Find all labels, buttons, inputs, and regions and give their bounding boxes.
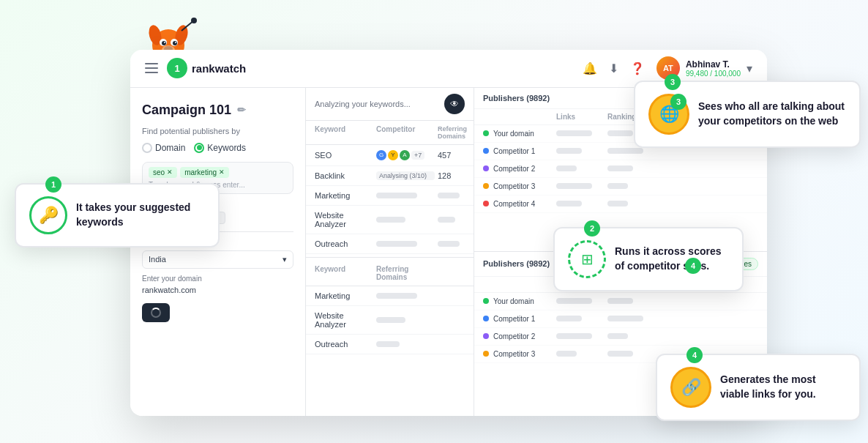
download-icon[interactable]: ⬇ — [609, 62, 618, 75]
pub-row-b: Competitor 2 — [474, 328, 767, 346]
td-keyword-b0: Marketing — [315, 291, 373, 300]
pub-kw-b0 — [607, 298, 633, 304]
td-bar-ref-3 — [438, 217, 455, 223]
pub-name-b1: Competitor 1 — [493, 315, 535, 323]
radio-domain[interactable]: Domain — [142, 143, 185, 153]
pub-name-1: Competitor 1 — [493, 147, 535, 155]
edit-icon[interactable]: ✏ — [237, 104, 246, 116]
tooltip-web-text: Sees who all are talking about your comp… — [698, 100, 845, 128]
pub-name-4: Competitor 4 — [493, 200, 535, 208]
pub-name-3: Competitor 3 — [493, 182, 535, 190]
competitor-icons-0: G Y A +7 — [376, 150, 435, 160]
pub-name-b0: Your domain — [493, 297, 534, 305]
loading-spinner — [151, 308, 161, 318]
tooltip-step-1: 1 — [45, 176, 61, 193]
dot-1 — [483, 148, 489, 154]
publishers-count-top: Publishers (9892) — [483, 94, 550, 103]
radio-keywords[interactable]: Keywords — [194, 143, 246, 153]
th-keyword-2: Keyword — [315, 265, 373, 281]
country-select[interactable]: India ▾ — [142, 250, 293, 269]
help-icon[interactable]: ❓ — [630, 62, 645, 75]
pub-kw-b3 — [607, 351, 633, 357]
pub-bar-links-4 — [556, 201, 582, 206]
chevron-down-icon[interactable]: ▾ — [747, 62, 752, 75]
pub-bar-kw-4 — [607, 201, 628, 206]
country-value: India — [149, 255, 166, 264]
table-row: Website Analyzer — [306, 206, 474, 234]
step-3-badge: 3 — [670, 94, 686, 110]
td-bar-4 — [376, 241, 417, 247]
radio-group: Domain Keywords — [142, 143, 293, 153]
dot-2 — [483, 165, 489, 171]
td-bar-2 — [376, 193, 417, 198]
comp-icon-g: G — [376, 150, 386, 160]
user-initials: AT — [663, 64, 673, 72]
td-referring-1: 128 — [438, 171, 474, 180]
th-referring: Referring Domains — [438, 125, 474, 140]
user-name: Abhinav T. — [686, 59, 741, 70]
campaign-title: Campaign 101 — [142, 103, 231, 118]
table-row: SEO G Y A +7 457 — [306, 145, 474, 166]
svg-point-9 — [175, 42, 176, 43]
domain-dot-0: Your domain — [483, 130, 556, 138]
keyword-tag-marketing: marketing ✕ — [180, 167, 229, 178]
tooltip-keywords-text: It takes your suggested keywords — [76, 201, 205, 229]
pub-row: Competitor 4 — [474, 196, 767, 213]
td-keyword-1: Backlink — [315, 171, 373, 180]
td-keyword-2: Marketing — [315, 191, 373, 200]
td-bar-ref-4 — [438, 241, 460, 247]
domain-dot-3: Competitor 3 — [483, 182, 556, 190]
td-keyword-4: Outreach — [315, 239, 373, 248]
table-header: Keyword Competitor Referring Domains — [306, 121, 474, 145]
middle-panel: Analyzing your keywords... 👁 Keyword Com… — [306, 88, 474, 416]
svg-point-6 — [162, 41, 166, 45]
dot-b1 — [483, 316, 489, 321]
th-pub2-name — [483, 280, 556, 288]
table-header-2: Keyword Referring Domains — [306, 261, 474, 286]
pub-bar-kw-0 — [607, 130, 633, 136]
td-keyword-b2: Outreach — [315, 340, 373, 349]
tooltip-web: 🌐 Sees who all are talking about your co… — [634, 81, 861, 148]
svg-point-7 — [173, 41, 177, 45]
tooltip-competitor-text: Runs it across scores of competitor site… — [615, 245, 729, 273]
dot-b2 — [483, 333, 489, 339]
publishers-count-bottom: Publishers (9892) — [483, 259, 550, 268]
pub-bar-kw-1 — [607, 148, 643, 154]
domain-dot-4: Competitor 4 — [483, 200, 556, 208]
domain-dot-1: Competitor 1 — [483, 147, 556, 155]
pub-row-b: Your domain — [474, 293, 767, 310]
comp-badge: +7 — [411, 151, 424, 160]
td-bar-b2 — [376, 341, 400, 347]
user-info: Abhinav T. 99,480 / 100,000 — [686, 59, 741, 78]
dot-4 — [483, 201, 489, 206]
th-pub-links: Links — [556, 113, 607, 121]
comp-icon-a: A — [400, 150, 410, 160]
pub-bar-b2 — [556, 333, 592, 339]
td-bar-b0 — [376, 293, 417, 299]
td-bar-ref-2 — [438, 193, 460, 198]
keyword-tag-seo: seo ✕ — [149, 167, 177, 178]
radio-domain-label: Domain — [155, 143, 185, 153]
hamburger-menu[interactable] — [145, 63, 158, 73]
find-label: Find potential publishers by — [142, 127, 293, 135]
loading-btn[interactable] — [142, 303, 170, 322]
table-row: Marketing — [306, 286, 474, 306]
pub-kw-b1 — [607, 316, 643, 321]
td-bar-3 — [376, 217, 405, 223]
keyword-seo-remove[interactable]: ✕ — [167, 168, 173, 176]
tooltip-keywords-icon: 🔑 — [29, 196, 67, 234]
pub-bar-links-1 — [556, 148, 582, 154]
dot-b3 — [483, 351, 489, 357]
radio-circle-keywords — [194, 143, 204, 153]
td-keyword-b1: Website Analyzer — [315, 311, 373, 329]
keyword-marketing-remove[interactable]: ✕ — [219, 168, 225, 176]
eye-btn[interactable]: 👁 — [444, 94, 465, 114]
analyzing-bar: Analyzing your keywords... 👁 — [306, 88, 474, 121]
svg-point-8 — [164, 42, 165, 43]
analyzing-badge-1: Analysing (3/10) — [376, 171, 435, 180]
tooltip-links: 🔗 Generates the most viable links for yo… — [656, 354, 861, 421]
radio-keywords-label: Keywords — [207, 143, 246, 153]
domain-value: rankwatch.com — [142, 286, 293, 294]
bell-icon[interactable]: 🔔 — [583, 62, 597, 75]
pub-bar-links-3 — [556, 183, 592, 189]
